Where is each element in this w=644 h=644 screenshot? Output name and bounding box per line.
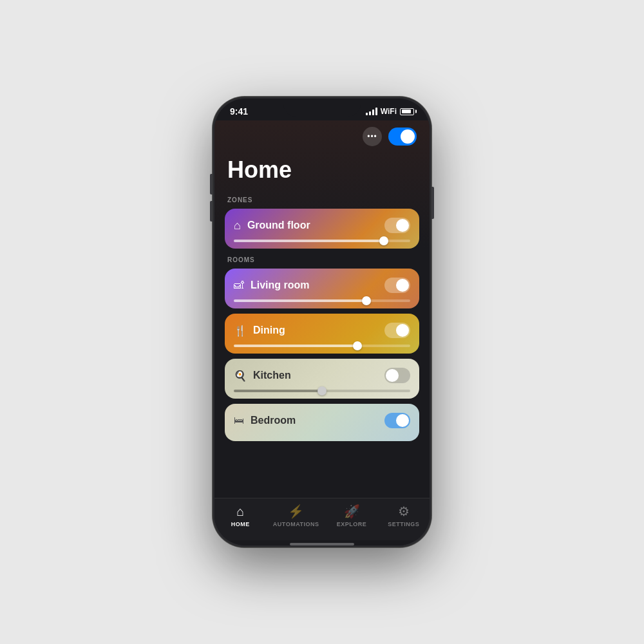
room-card-dining[interactable]: 🍴 Dining (225, 314, 419, 354)
volume-down-button[interactable] (210, 201, 213, 222)
ground-floor-name: Ground floor (247, 220, 310, 231)
notch (283, 99, 361, 117)
living-room-icon: 🛋 (234, 279, 244, 291)
home-indicator (290, 543, 354, 545)
home-nav-icon: ⌂ (236, 504, 244, 519)
bedroom-name: Bedroom (251, 415, 296, 426)
wifi-icon: WiFi (381, 107, 397, 116)
living-room-toggle[interactable] (384, 278, 410, 293)
room-card-living-room[interactable]: 🛋 Living room (225, 269, 419, 308)
nav-item-home[interactable]: ⌂ HOME (221, 504, 260, 527)
room-card-bedroom[interactable]: 🛏 Bedroom (225, 404, 419, 441)
dining-icon: 🍴 (234, 325, 247, 337)
more-button[interactable]: ••• (363, 127, 382, 146)
nav-item-settings[interactable]: ⚙ SETTINGS (384, 504, 423, 527)
bedroom-icon: 🛏 (234, 415, 244, 426)
zone-card-ground-floor[interactable]: ⌂ Ground floor (225, 209, 419, 249)
nav-item-explore[interactable]: 🚀 EXPLORE (332, 504, 371, 527)
room-card-kitchen[interactable]: 🍳 Kitchen (225, 359, 419, 399)
battery-icon (400, 108, 414, 115)
signal-icon (366, 108, 377, 115)
kitchen-name: Kitchen (253, 370, 291, 381)
bedroom-toggle[interactable] (384, 413, 410, 428)
phone-screen: 9:41 WiFi ••• (214, 99, 430, 545)
settings-nav-icon: ⚙ (398, 504, 410, 519)
header: ••• (214, 120, 430, 156)
global-power-toggle[interactable] (388, 128, 417, 146)
zones-label: ZONES (227, 196, 419, 204)
dining-name: Dining (253, 325, 285, 336)
nav-item-automations[interactable]: ⚡ AUTOMATIONS (273, 504, 319, 527)
kitchen-slider[interactable] (234, 390, 410, 392)
volume-up-button[interactable] (210, 174, 213, 194)
kitchen-icon: 🍳 (234, 370, 247, 382)
status-icons: WiFi (366, 107, 414, 116)
explore-nav-label: EXPLORE (337, 521, 367, 527)
dining-slider[interactable] (234, 345, 410, 347)
living-room-slider[interactable] (234, 299, 410, 302)
ground-floor-toggle[interactable] (384, 218, 410, 233)
ground-floor-slider[interactable] (234, 240, 410, 242)
rooms-label: ROOMS (227, 256, 419, 263)
more-icon: ••• (367, 132, 377, 141)
bottom-nav: ⌂ HOME ⚡ AUTOMATIONS 🚀 EXPLORE ⚙ SETTING… (214, 498, 430, 540)
settings-nav-label: SETTINGS (388, 521, 419, 527)
living-room-name: Living room (251, 279, 310, 291)
automations-nav-icon: ⚡ (288, 504, 304, 519)
automations-nav-label: AUTOMATIONS (273, 521, 319, 527)
status-time: 9:41 (230, 106, 248, 117)
ground-floor-icon: ⌂ (234, 219, 241, 232)
page-title: Home (214, 156, 430, 196)
power-button[interactable] (431, 187, 434, 219)
explore-nav-icon: 🚀 (344, 504, 360, 519)
app-content: ••• Home ZONES ⌂ G (214, 120, 430, 545)
phone-frame: 9:41 WiFi ••• (213, 97, 431, 547)
kitchen-toggle[interactable] (384, 368, 410, 383)
dining-toggle[interactable] (384, 323, 410, 338)
scroll-area[interactable]: ZONES ⌂ Ground floor (214, 196, 430, 498)
home-nav-label: HOME (231, 521, 250, 527)
